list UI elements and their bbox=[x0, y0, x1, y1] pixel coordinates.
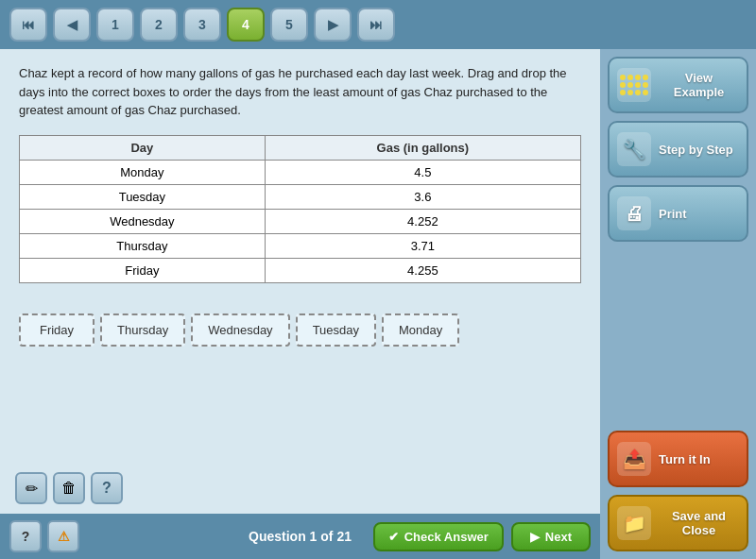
help-icon: ? bbox=[102, 480, 112, 497]
next-arrow-icon: ▶ bbox=[530, 530, 540, 544]
table-row: Friday4.255 bbox=[20, 258, 581, 282]
table-row: Monday4.5 bbox=[20, 160, 581, 184]
drag-item-friday[interactable]: Friday bbox=[19, 313, 94, 347]
turn-it-in-icon: 📤 bbox=[617, 442, 651, 476]
print-label: Print bbox=[659, 207, 687, 221]
col-header-day: Day bbox=[20, 135, 266, 160]
step-by-step-icon: 🔧 bbox=[617, 132, 651, 166]
step-by-step-button[interactable]: 🔧 Step by Step bbox=[608, 121, 748, 178]
drag-row: FridayThursdayWednesdayTuesdayMonday bbox=[19, 313, 581, 347]
pencil-tool-button[interactable]: ✏ bbox=[15, 472, 47, 504]
nav-back[interactable]: ◀ bbox=[53, 8, 91, 42]
alert-icon: ⚠ bbox=[58, 529, 70, 544]
turn-it-in-button[interactable]: 📤 Turn it In bbox=[608, 431, 748, 487]
table-cell-day: Thursday bbox=[20, 233, 266, 258]
main-area: Chaz kept a record of how many gallons o… bbox=[0, 49, 756, 559]
right-sidebar: View Example 🔧 Step by Step 🖨 Print 📤 Tu… bbox=[600, 49, 756, 559]
question-icon-button[interactable]: ? bbox=[9, 520, 42, 552]
col-header-gas: Gas (in gallons) bbox=[265, 135, 580, 160]
alert-icon-button[interactable]: ⚠ bbox=[47, 520, 79, 552]
table-cell-gas: 4.255 bbox=[265, 258, 580, 282]
table-row: Tuesday3.6 bbox=[20, 184, 581, 209]
table-cell-day: Tuesday bbox=[20, 184, 266, 209]
checkmark-icon: ✔ bbox=[388, 530, 399, 544]
table-cell-gas: 3.71 bbox=[265, 233, 580, 258]
table-cell-gas: 4.5 bbox=[265, 160, 580, 184]
status-left-icons: ? ⚠ bbox=[9, 520, 79, 552]
help-tool-button[interactable]: ? bbox=[91, 472, 123, 504]
view-example-icon bbox=[617, 68, 651, 102]
table-cell-day: Friday bbox=[20, 258, 266, 282]
save-close-icon: 📁 bbox=[617, 506, 651, 540]
next-button[interactable]: ▶ Next bbox=[511, 522, 591, 551]
nav-page-1[interactable]: 1 bbox=[96, 8, 134, 42]
drag-item-thursday[interactable]: Thursday bbox=[100, 313, 185, 347]
question-counter: Question 1 of 21 bbox=[249, 529, 352, 544]
data-table: Day Gas (in gallons) Monday4.5Tuesday3.6… bbox=[19, 135, 581, 283]
drag-item-tuesday[interactable]: Tuesday bbox=[296, 313, 376, 347]
nav-page-4[interactable]: 4 bbox=[227, 8, 265, 42]
table-row: Wednesday4.252 bbox=[20, 209, 581, 233]
pencil-icon: ✏ bbox=[26, 480, 38, 498]
nav-page-2[interactable]: 2 bbox=[140, 8, 178, 42]
question-mark-icon: ? bbox=[22, 529, 30, 544]
check-answer-button[interactable]: ✔ Check Answer bbox=[373, 522, 504, 551]
question-text: Chaz kept a record of how many gallons o… bbox=[19, 64, 581, 120]
check-answer-label: Check Answer bbox=[404, 530, 489, 544]
drag-item-monday[interactable]: Monday bbox=[382, 313, 459, 347]
nav-forward[interactable]: ▶ bbox=[314, 8, 352, 42]
step-by-step-label: Step by Step bbox=[659, 143, 733, 157]
table-row: Thursday3.71 bbox=[20, 233, 581, 258]
nav-fastforward[interactable]: ⏭ bbox=[357, 8, 395, 42]
table-cell-day: Monday bbox=[20, 160, 266, 184]
save-close-label: Save and Close bbox=[659, 509, 739, 537]
print-icon: 🖨 bbox=[617, 196, 651, 230]
status-right-buttons: ✔ Check Answer ▶ Next bbox=[373, 522, 591, 551]
drag-item-wednesday[interactable]: Wednesday bbox=[191, 313, 289, 347]
top-nav: ⏮ ◀ 1 2 3 4 5 ▶ ⏭ bbox=[0, 0, 756, 49]
table-cell-gas: 3.6 bbox=[265, 184, 580, 209]
table-cell-gas: 4.252 bbox=[265, 209, 580, 233]
next-label: Next bbox=[545, 530, 572, 544]
print-button[interactable]: 🖨 Print bbox=[608, 185, 748, 242]
view-example-button[interactable]: View Example bbox=[608, 57, 748, 113]
nav-page-3[interactable]: 3 bbox=[183, 8, 221, 42]
status-bar: ? ⚠ Question 1 of 21 ✔ Check Answer ▶ Ne… bbox=[0, 514, 600, 559]
trash-tool-button[interactable]: 🗑 bbox=[53, 472, 85, 504]
table-cell-day: Wednesday bbox=[20, 209, 266, 233]
nav-rewind[interactable]: ⏮ bbox=[9, 8, 47, 42]
trash-icon: 🗑 bbox=[61, 480, 77, 497]
save-close-button[interactable]: 📁 Save and Close bbox=[608, 495, 748, 551]
nav-page-5[interactable]: 5 bbox=[270, 8, 308, 42]
turn-it-in-label: Turn it In bbox=[659, 452, 711, 466]
content-panel: Chaz kept a record of how many gallons o… bbox=[0, 49, 600, 559]
view-example-label: View Example bbox=[659, 71, 739, 99]
